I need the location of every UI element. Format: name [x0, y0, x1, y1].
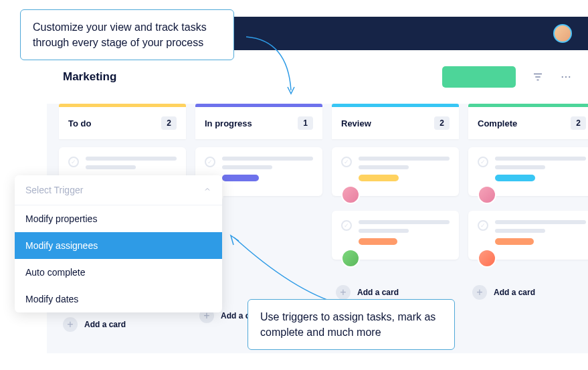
callout-triggers: Use triggers to assign tasks, mark as co…: [248, 299, 455, 350]
trigger-dropdown[interactable]: Select Trigger Modify properties Modify …: [15, 175, 222, 312]
dropdown-item-modify-properties[interactable]: Modify properties: [15, 205, 222, 232]
placeholder-line: [495, 229, 545, 233]
primary-action-button[interactable]: [442, 66, 516, 88]
column-header[interactable]: Review 2: [332, 107, 459, 139]
task-card[interactable]: [332, 147, 459, 196]
assignee-avatar[interactable]: [341, 185, 360, 204]
check-icon[interactable]: [68, 157, 79, 167]
placeholder-line: [86, 157, 177, 161]
column-header[interactable]: To do 2: [59, 107, 186, 139]
placeholder-line: [86, 165, 136, 169]
header-actions: [442, 66, 572, 88]
card-tag: [359, 238, 397, 245]
plus-icon: +: [472, 285, 487, 300]
assignee-avatar[interactable]: [341, 249, 360, 268]
assignee-avatar[interactable]: [478, 185, 496, 204]
column-complete: Complete 2: [468, 104, 588, 337]
task-card[interactable]: [332, 211, 459, 260]
column-header[interactable]: In progress 1: [195, 107, 322, 139]
check-icon[interactable]: [341, 220, 352, 231]
task-card[interactable]: [468, 211, 588, 260]
dropdown-item-label: Modify dates: [25, 294, 78, 304]
column-count: 1: [298, 116, 313, 130]
placeholder-line: [359, 220, 450, 224]
svg-point-3: [562, 76, 563, 78]
column-title: Review: [341, 118, 371, 128]
placeholder-line: [359, 165, 409, 169]
card-tag: [495, 175, 535, 181]
callout-text: Use triggers to assign tasks, mark as co…: [260, 311, 435, 338]
dropdown-item-label: Auto complete: [25, 267, 86, 278]
placeholder-line: [495, 165, 545, 169]
filter-icon[interactable]: [532, 71, 544, 83]
column-count: 2: [161, 116, 177, 130]
svg-point-4: [565, 76, 567, 78]
column-title: In progress: [205, 118, 252, 128]
dropdown-item-auto-complete[interactable]: Auto complete: [15, 259, 222, 286]
placeholder-line: [495, 157, 586, 161]
callout-customize-view: Customize your view and track tasks thro…: [20, 9, 234, 60]
plus-icon: +: [336, 285, 351, 300]
chevron-up-icon: [203, 185, 211, 195]
column-title: To do: [68, 118, 91, 128]
assignee-avatar[interactable]: [478, 249, 496, 268]
more-icon[interactable]: [560, 71, 572, 83]
svg-point-5: [569, 76, 570, 78]
placeholder-line: [222, 165, 272, 169]
card-tag: [359, 175, 399, 181]
column-title: Complete: [478, 118, 517, 128]
add-card-button[interactable]: + Add a card: [59, 312, 186, 337]
check-icon[interactable]: [478, 157, 488, 167]
card-tag: [495, 238, 534, 245]
callout-text: Customize your view and track tasks thro…: [33, 21, 207, 48]
dropdown-item-label: Modify properties: [25, 213, 97, 224]
task-card[interactable]: [468, 147, 588, 196]
plus-icon: +: [63, 317, 78, 332]
check-icon[interactable]: [205, 157, 215, 167]
check-icon[interactable]: [478, 220, 488, 231]
placeholder-line: [359, 157, 450, 161]
user-avatar[interactable]: [553, 24, 572, 43]
column-count: 2: [571, 116, 586, 130]
board-title: Marketing: [63, 70, 116, 84]
add-card-label: Add a card: [494, 288, 535, 297]
dropdown-header[interactable]: Select Trigger: [15, 175, 222, 205]
add-card-label: Add a card: [84, 320, 126, 329]
column-count: 2: [434, 116, 450, 130]
column-header[interactable]: Complete 2: [468, 107, 588, 139]
check-icon[interactable]: [341, 157, 352, 167]
dropdown-header-label: Select Trigger: [25, 185, 83, 195]
card-tag: [222, 175, 259, 181]
placeholder-line: [222, 157, 313, 161]
add-card-label: Add a card: [357, 288, 399, 297]
dropdown-item-modify-dates[interactable]: Modify dates: [15, 286, 222, 312]
placeholder-line: [359, 229, 409, 233]
add-card-button[interactable]: + Add a card: [468, 280, 588, 305]
dropdown-item-label: Modify assignees: [25, 240, 98, 251]
dropdown-item-modify-assignees[interactable]: Modify assignees: [15, 232, 222, 259]
placeholder-line: [495, 220, 586, 224]
